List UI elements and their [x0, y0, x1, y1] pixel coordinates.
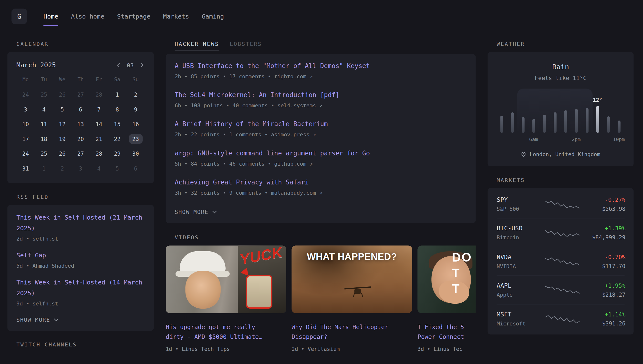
rss-item-title[interactable]: Self Gap: [16, 250, 145, 261]
weather-peak-temp: 12°: [593, 96, 602, 103]
rss-item-title[interactable]: This Week in Self-Hosted (14 March 2025): [16, 277, 145, 298]
calendar-next-button[interactable]: [139, 61, 145, 68]
video-thumbnail[interactable]: YUCK: [166, 246, 286, 313]
calendar-day: 30: [127, 146, 145, 161]
market-change: -0.70%: [579, 254, 625, 260]
market-sparkline: [545, 282, 579, 297]
weather-bar: [500, 116, 503, 133]
calendar-dow-label: Sa: [108, 74, 127, 87]
calendar-day: 27: [72, 146, 90, 161]
news-show-more-button[interactable]: SHOW MORE: [175, 207, 217, 215]
news-tab-hacker-news[interactable]: HACKER NEWS: [175, 40, 219, 50]
calendar-dow-label: Su: [127, 74, 145, 87]
news-item-title[interactable]: Achieving Great Privacy with Safari: [175, 178, 467, 187]
video-title[interactable]: Why Did The Mars Helicopter Disappear?: [291, 322, 412, 342]
nav-tab-also-home[interactable]: Also home: [71, 13, 105, 20]
face-shape: [185, 271, 220, 308]
calendar-day: 29: [108, 146, 127, 161]
nav-tab-startpage[interactable]: Startpage: [117, 13, 150, 20]
video-thumbnail[interactable]: WHAT HAPPENED?: [291, 246, 412, 313]
market-name: Bitcoin: [496, 234, 545, 240]
calendar-day: 3: [72, 161, 90, 176]
calendar-card: March 2025 03 MoTuWeThFrSaSu242526272812…: [7, 52, 154, 183]
market-price: $218.27: [579, 291, 625, 298]
market-ticker[interactable]: AAPL: [496, 282, 545, 289]
market-row: SPYS&P 500-0.27%$563.98: [496, 190, 624, 218]
calendar-day: 16: [127, 117, 145, 132]
calendar-day: 5: [53, 102, 71, 116]
weather-bar: [617, 120, 620, 133]
news-item-title[interactable]: The SeL4 Microkernel: An Introduction [p…: [175, 90, 467, 100]
rss-section: RSS FEED This Week in Self-Hosted (21 Ma…: [7, 193, 154, 330]
market-values: -0.70%$117.70: [579, 254, 625, 269]
market-ticker[interactable]: SPY: [496, 196, 545, 203]
calendar-day: 28: [90, 146, 108, 161]
calendar-dow-label: Th: [72, 74, 90, 87]
markets-section: MARKETS SPYS&P 500-0.27%$563.98BTC-USDBi…: [488, 176, 634, 334]
news-item-source-link[interactable]: asimov.press ↗: [271, 132, 316, 138]
videos-row: YUCKHis upgrade got me really dirty - AM…: [166, 246, 476, 352]
video-card[interactable]: WHAT HAPPENED?Why Did The Mars Helicopte…: [291, 246, 412, 352]
nav-tab-gaming[interactable]: Gaming: [202, 13, 224, 20]
middle-column: HACKER NEWSLOBSTERS A USB Interface to t…: [166, 40, 476, 352]
market-change: +1.14%: [579, 311, 625, 318]
video-thumbnail[interactable]: DO T T: [417, 246, 476, 313]
rss-item-title[interactable]: This Week in Self-Hosted (21 March 2025): [16, 212, 145, 234]
navbar: G HomeAlso homeStartpageMarketsGaming: [0, 0, 643, 33]
market-name: S&P 500: [496, 206, 545, 212]
rss-card: This Week in Self-Hosted (21 March 2025)…: [7, 205, 154, 331]
news-item-source-link[interactable]: github.com ↗: [274, 161, 313, 167]
calendar-day: 26: [53, 146, 71, 161]
market-ticker[interactable]: MSFT: [496, 310, 545, 318]
calendar-day: 12: [53, 117, 71, 132]
calendar-day: 24: [16, 87, 35, 102]
news-item: The SeL4 Microkernel: An Introduction [p…: [175, 90, 467, 108]
nav-tab-home[interactable]: Home: [44, 13, 58, 20]
nav-tab-markets[interactable]: Markets: [163, 13, 189, 20]
video-title[interactable]: His upgrade got me really dirty - AMD $5…: [166, 322, 286, 342]
news-tab-lobsters[interactable]: LOBSTERS: [230, 40, 262, 50]
news-item-source-link[interactable]: righto.com ↗: [274, 74, 313, 80]
news-item-source-link[interactable]: sel4.systems ↗: [277, 102, 322, 108]
rss-list: This Week in Self-Hosted (21 March 2025)…: [16, 212, 145, 306]
calendar-grid: MoTuWeThFrSaSu24252627281234567891011121…: [16, 74, 145, 176]
video-title[interactable]: I Fixed the 5 Power Connect: [417, 322, 476, 342]
calendar-day-selected: 23: [127, 132, 145, 146]
market-labels: SPYS&P 500: [496, 196, 545, 212]
weather-chart: 12°: [496, 92, 624, 133]
market-ticker[interactable]: BTC-USD: [496, 225, 545, 232]
market-sparkline: [545, 311, 579, 326]
news-item-title[interactable]: argp: GNU-style command line argument pa…: [175, 149, 467, 158]
calendar-prev-button[interactable]: [116, 61, 122, 68]
market-labels: BTC-USDBitcoin: [496, 225, 545, 241]
calendar-day: 6: [72, 102, 90, 116]
calendar-day: 20: [72, 132, 90, 146]
news-show-more-label: SHOW MORE: [175, 208, 209, 215]
chevron-down-icon: [54, 318, 59, 321]
markets-section-label: MARKETS: [496, 176, 633, 184]
calendar-day: 31: [16, 161, 35, 176]
calendar-day: 13: [72, 117, 90, 132]
calendar-day: 28: [90, 87, 108, 102]
market-ticker[interactable]: NVDA: [496, 253, 545, 260]
news-item-meta: 2h • 22 points • 1 comments • asimov.pre…: [175, 132, 467, 138]
market-labels: NVDANVIDIA: [496, 253, 545, 269]
news-item-source-link[interactable]: matanabudy.com ↗: [271, 190, 322, 196]
calendar-day: 1: [35, 161, 53, 176]
market-name: Microsoft: [496, 320, 545, 327]
rss-item: This Week in Self-Hosted (21 March 2025)…: [16, 212, 145, 242]
video-card[interactable]: DO T TI Fixed the 5 Power Connect3d • Li…: [417, 246, 476, 352]
map-pin-icon: [521, 151, 526, 157]
news-item-title[interactable]: A Brief History of the Miracle Bacterium: [175, 120, 467, 129]
news-item: argp: GNU-style command line argument pa…: [175, 149, 467, 167]
calendar-day: 5: [108, 161, 127, 176]
calendar-month-indicator: 03: [127, 62, 134, 68]
news-item: A USB Interface to the "Mother of All De…: [175, 62, 467, 80]
weather-bar: [564, 110, 567, 133]
videos-section-label: VIDEOS: [175, 234, 476, 242]
rss-show-more-button[interactable]: SHOW MORE: [16, 315, 59, 323]
weather-time-label: 10pm: [613, 136, 625, 142]
news-item-title[interactable]: A USB Interface to the "Mother of All De…: [175, 62, 467, 70]
logo[interactable]: G: [12, 8, 27, 24]
video-card[interactable]: YUCKHis upgrade got me really dirty - AM…: [166, 246, 286, 352]
